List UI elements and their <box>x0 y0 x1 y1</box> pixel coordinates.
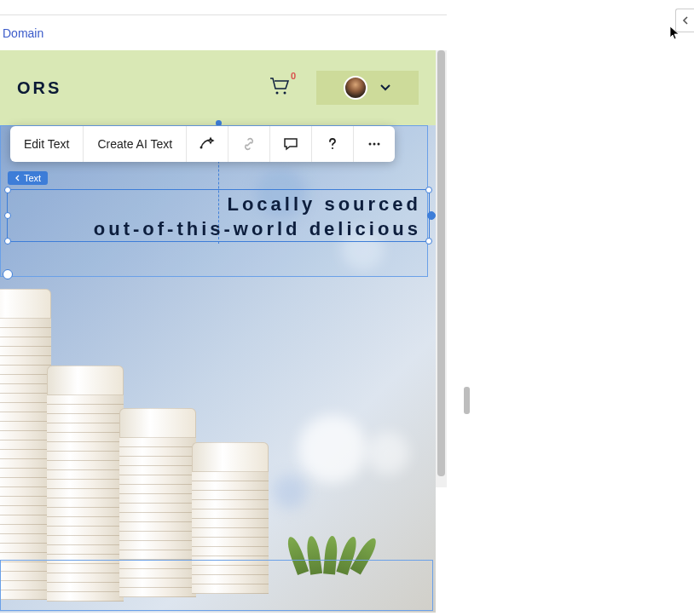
edit-text-button[interactable]: Edit Text <box>10 126 84 162</box>
comment-button[interactable] <box>270 126 312 162</box>
resize-handle-mr[interactable] <box>427 211 436 220</box>
help-button[interactable] <box>312 126 354 162</box>
text-selection-box[interactable]: Text <box>7 189 430 242</box>
svg-point-3 <box>332 147 333 149</box>
chevron-left-icon <box>681 15 690 26</box>
panel-resize-handle[interactable] <box>464 387 470 414</box>
svg-point-0 <box>276 92 279 95</box>
resize-handle-tl[interactable] <box>4 187 11 193</box>
help-icon <box>324 135 341 153</box>
more-icon <box>366 135 383 153</box>
domain-link[interactable]: Domain <box>3 26 43 40</box>
brand-text-fragment: ORS <box>17 78 61 98</box>
svg-point-6 <box>378 143 380 146</box>
top-bar: Domain <box>0 14 447 50</box>
animation-button[interactable] <box>187 126 228 162</box>
create-ai-text-button[interactable]: Create AI Text <box>84 126 187 162</box>
more-button[interactable] <box>354 126 395 162</box>
resize-handle-tr[interactable] <box>425 187 432 193</box>
site-header: ORS 0 <box>0 50 436 125</box>
side-panel-toggle[interactable] <box>675 9 694 32</box>
avatar <box>344 76 367 100</box>
link-button[interactable] <box>228 126 270 162</box>
cart-button[interactable]: 0 <box>269 76 291 100</box>
svg-point-1 <box>284 92 286 95</box>
cart-count-badge: 0 <box>291 71 296 81</box>
text-selection-tag: Text <box>8 171 48 185</box>
animation-icon <box>199 135 216 153</box>
rotate-handle[interactable] <box>3 269 13 279</box>
resize-handle-ml[interactable] <box>4 212 11 219</box>
resize-handle-bl[interactable] <box>4 238 11 245</box>
svg-point-5 <box>373 143 376 146</box>
chevron-left-icon <box>14 175 21 181</box>
svg-point-2 <box>200 147 203 149</box>
cart-icon <box>269 76 291 96</box>
chevron-down-icon <box>379 83 391 92</box>
text-tag-label: Text <box>24 173 41 183</box>
lower-section-outline <box>0 560 433 611</box>
svg-point-4 <box>369 143 372 146</box>
link-icon <box>240 135 257 153</box>
profile-dropdown[interactable] <box>316 71 419 105</box>
floating-text-toolbar: Edit Text Create AI Text <box>10 126 395 162</box>
vertical-scrollbar[interactable] <box>436 50 447 487</box>
scrollbar-thumb[interactable] <box>437 50 445 476</box>
resize-handle-br[interactable] <box>425 238 432 245</box>
alignment-guide-dot <box>216 120 222 126</box>
comment-icon <box>282 135 299 153</box>
